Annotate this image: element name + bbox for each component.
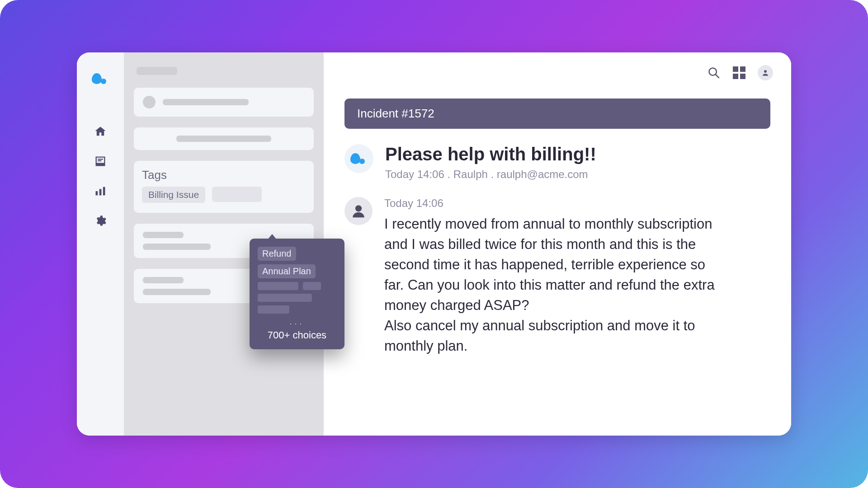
nav-rail [77, 52, 124, 436]
customer-avatar-icon [344, 197, 373, 225]
svg-rect-0 [96, 191, 98, 195]
analytics-icon[interactable] [94, 184, 107, 198]
list-item[interactable] [134, 88, 314, 117]
ticket-thread: Please help with billing!! Today 14:06 .… [344, 144, 770, 357]
tag-option-refund[interactable]: Refund [258, 247, 296, 261]
tag-options-ellipsis: ... [258, 317, 336, 327]
gradient-stage: Tags Billing Issue Refund Annual Plan ..… [0, 0, 868, 488]
home-icon[interactable] [94, 125, 107, 138]
message-body: I recently moved from annual to monthly … [384, 214, 728, 357]
app-window: Tags Billing Issue Refund Annual Plan ..… [77, 52, 791, 436]
inbox-icon[interactable] [94, 155, 107, 168]
tag-option-placeholder[interactable] [258, 282, 336, 290]
svg-point-3 [709, 68, 717, 75]
tag-picker-popover: Refund Annual Plan ... 700+ choices [250, 239, 344, 349]
top-toolbar [707, 65, 773, 80]
svg-point-5 [764, 70, 767, 73]
tags-panel: Tags Billing Issue [134, 161, 314, 213]
incident-banner: Incident #1572 [344, 99, 770, 129]
app-logo-icon [92, 72, 109, 85]
add-tag-field[interactable] [212, 187, 262, 202]
current-user-avatar[interactable] [758, 65, 773, 80]
settings-icon[interactable] [94, 214, 107, 228]
ticket-list-sidebar: Tags Billing Issue Refund Annual Plan ..… [124, 52, 324, 436]
svg-rect-1 [99, 189, 102, 195]
tags-heading: Tags [142, 168, 306, 182]
tag-picker-count: 700+ choices [258, 329, 336, 341]
incident-id-label: Incident #1572 [357, 107, 434, 120]
tag-chip-billing-issue[interactable]: Billing Issue [142, 187, 205, 203]
search-icon[interactable] [707, 66, 721, 80]
sidebar-heading-placeholder [137, 67, 177, 75]
ticket-title: Please help with billing!! [385, 144, 596, 164]
message-timestamp: Today 14:06 [384, 197, 728, 210]
avatar-placeholder-icon [143, 96, 156, 108]
ticket-meta: Today 14:06 . Raulph . raulph@acme.com [385, 168, 596, 181]
ticket-detail-pane: Incident #1572 Please help with billing!… [324, 52, 791, 436]
svg-point-6 [355, 205, 362, 211]
svg-line-4 [716, 75, 719, 78]
list-item[interactable] [134, 127, 314, 150]
tag-option-placeholder[interactable] [258, 305, 336, 314]
tag-option-placeholder[interactable] [258, 294, 336, 302]
ticket-source-icon [344, 144, 373, 173]
svg-rect-2 [103, 187, 105, 196]
tag-option-annual-plan[interactable]: Annual Plan [258, 264, 316, 278]
apps-grid-icon[interactable] [732, 66, 746, 80]
